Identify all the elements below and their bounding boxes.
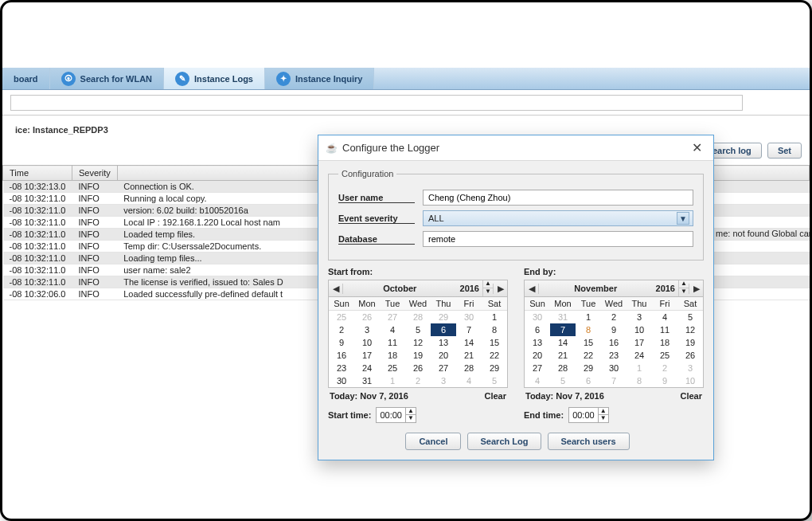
calendar-day[interactable]: 17	[627, 336, 652, 349]
tab-dashboard[interactable]: board	[2, 68, 50, 89]
calendar-day[interactable]: 27	[525, 362, 550, 374]
calendar-day[interactable]: 30	[456, 311, 482, 323]
event-severity-select[interactable]: ALL ▼	[423, 210, 693, 226]
calendar-day[interactable]: 26	[354, 311, 380, 323]
calendar-day[interactable]: 1	[627, 362, 652, 374]
end-time-input[interactable]: 00:00 ▲▼	[568, 407, 609, 423]
calendar-day[interactable]: 9	[329, 336, 354, 349]
calendar-day[interactable]: 5	[482, 374, 507, 387]
calendar-day[interactable]: 30	[525, 311, 550, 323]
calendar-day[interactable]: 18	[652, 336, 677, 349]
calendar-day[interactable]: 9	[652, 374, 677, 387]
year-spinner[interactable]: ▲▼	[678, 280, 689, 296]
filter-input[interactable]	[10, 95, 743, 111]
calendar-day[interactable]: 18	[380, 349, 405, 362]
calendar-day[interactable]: 27	[380, 311, 405, 323]
database-input[interactable]	[423, 231, 693, 247]
calendar-day[interactable]: 14	[550, 336, 576, 349]
calendar-day[interactable]: 29	[576, 362, 601, 374]
calendar-day[interactable]: 13	[431, 336, 456, 349]
calendar-day[interactable]: 29	[431, 311, 456, 323]
calendar-day[interactable]: 14	[456, 336, 482, 349]
calendar-day[interactable]: 2	[329, 323, 354, 336]
calendar-day[interactable]: 28	[456, 362, 482, 374]
tab-search-wlan[interactable]: ⦿ Search for WLAN	[50, 68, 164, 89]
next-month-button[interactable]: ▶	[689, 284, 703, 294]
today-label[interactable]: Today: Nov 7, 2016	[330, 391, 408, 401]
calendar-day[interactable]: 27	[431, 362, 456, 374]
tab-instance-logs[interactable]: ✎ Instance Logs	[164, 68, 265, 89]
calendar-day[interactable]: 22	[576, 349, 601, 362]
calendar-day[interactable]: 7	[550, 323, 576, 336]
calendar-day[interactable]: 4	[652, 311, 677, 323]
calendar-day[interactable]: 26	[405, 362, 431, 374]
calendar-day[interactable]: 24	[627, 349, 652, 362]
calendar-day[interactable]: 31	[550, 311, 576, 323]
calendar-day[interactable]: 6	[431, 323, 456, 336]
calendar-day[interactable]: 2	[601, 311, 627, 323]
calendar-day[interactable]: 26	[677, 349, 703, 362]
calendar-day[interactable]: 10	[354, 336, 380, 349]
calendar-day[interactable]: 1	[576, 311, 601, 323]
start-time-input[interactable]: 00:00 ▲▼	[376, 407, 416, 423]
settings-button[interactable]: Set	[767, 143, 802, 159]
calendar-day[interactable]: 21	[550, 349, 576, 362]
calendar-day[interactable]: 4	[380, 323, 405, 336]
prev-month-button[interactable]: ◀	[525, 284, 539, 294]
cancel-button[interactable]: Cancel	[405, 433, 461, 450]
col-severity[interactable]: Severity	[72, 166, 117, 181]
calendar-day[interactable]: 16	[329, 349, 354, 362]
calendar-day[interactable]: 29	[482, 362, 507, 374]
calendar-day[interactable]: 21	[456, 349, 482, 362]
calendar-day[interactable]: 5	[405, 323, 431, 336]
next-month-button[interactable]: ▶	[493, 284, 507, 294]
calendar-day[interactable]: 28	[405, 311, 431, 323]
search-users-button[interactable]: Search users	[548, 433, 630, 450]
calendar-day[interactable]: 11	[652, 323, 677, 336]
prev-month-button[interactable]: ◀	[329, 284, 343, 294]
calendar-day[interactable]: 16	[601, 336, 627, 349]
tab-instance-inquiry[interactable]: ✦ Instance Inquiry	[265, 68, 374, 89]
close-icon[interactable]: ✕	[689, 140, 705, 155]
calendar-day[interactable]: 25	[380, 362, 405, 374]
year-spinner[interactable]: ▲▼	[482, 280, 493, 296]
calendar-day[interactable]: 25	[329, 311, 354, 323]
calendar-day[interactable]: 15	[576, 336, 601, 349]
calendar-day[interactable]: 5	[550, 374, 576, 387]
calendar-day[interactable]: 1	[482, 311, 507, 323]
clear-button[interactable]: Clear	[680, 391, 702, 401]
calendar-day[interactable]: 4	[525, 374, 550, 387]
calendar-day[interactable]: 28	[550, 362, 576, 374]
clear-button[interactable]: Clear	[484, 391, 506, 401]
col-time[interactable]: Time	[3, 166, 72, 181]
calendar-day[interactable]: 6	[525, 323, 550, 336]
calendar-day[interactable]: 9	[601, 323, 627, 336]
calendar-day[interactable]: 23	[601, 349, 627, 362]
calendar-day[interactable]: 23	[329, 362, 354, 374]
calendar-day[interactable]: 8	[482, 323, 507, 336]
today-label[interactable]: Today: Nov 7, 2016	[525, 391, 604, 401]
calendar-day[interactable]: 10	[677, 374, 703, 387]
calendar-day[interactable]: 5	[677, 311, 703, 323]
calendar-day[interactable]: 10	[627, 323, 652, 336]
calendar-day[interactable]: 19	[677, 336, 703, 349]
calendar-day[interactable]: 11	[380, 336, 405, 349]
calendar-day[interactable]: 2	[652, 362, 677, 374]
calendar-day[interactable]: 25	[652, 349, 677, 362]
calendar-day[interactable]: 15	[482, 336, 507, 349]
calendar-day[interactable]: 12	[405, 336, 431, 349]
calendar-day[interactable]: 20	[431, 349, 456, 362]
calendar-day[interactable]: 6	[576, 374, 601, 387]
user-name-input[interactable]	[423, 190, 693, 206]
calendar-day[interactable]: 7	[456, 323, 482, 336]
calendar-day[interactable]: 3	[677, 362, 703, 374]
calendar-day[interactable]: 8	[576, 323, 601, 336]
calendar-day[interactable]: 3	[627, 311, 652, 323]
calendar-day[interactable]: 2	[405, 374, 431, 387]
calendar-day[interactable]: 17	[354, 349, 380, 362]
calendar-day[interactable]: 3	[354, 323, 380, 336]
calendar-day[interactable]: 30	[601, 362, 627, 374]
calendar-day[interactable]: 20	[525, 349, 550, 362]
calendar-day[interactable]: 12	[677, 323, 703, 336]
calendar-day[interactable]: 1	[380, 374, 405, 387]
